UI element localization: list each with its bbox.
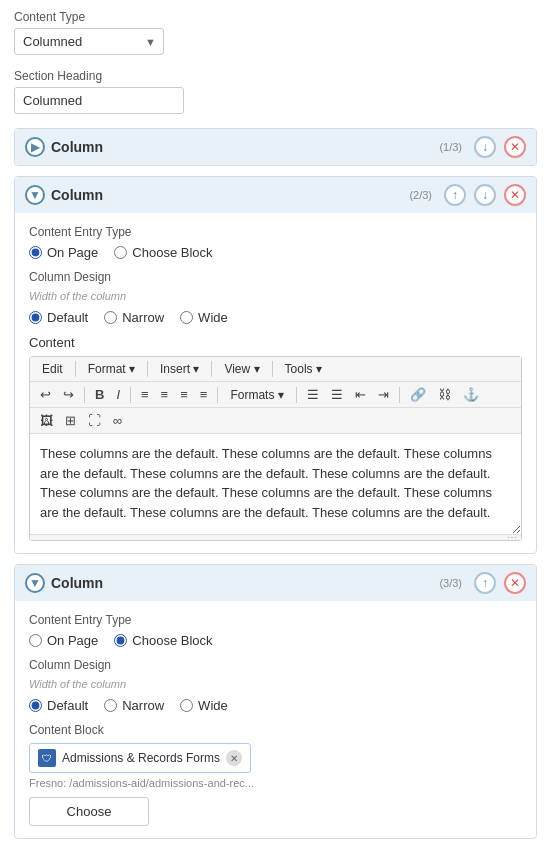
editor-toolbar-menus-2: Edit Format ▾ Insert ▾ View ▾ Tools ▾: [30, 357, 521, 382]
choose-block-radio-3[interactable]: Choose Block: [114, 633, 212, 648]
content-type-select-wrapper: Columned Single Full Width ▼: [14, 28, 164, 55]
content-label-2: Content: [29, 335, 522, 350]
entry-type-radio-row-2: On Page Choose Block: [29, 245, 522, 260]
content-type-group: Content Type Columned Single Full Width …: [14, 10, 537, 55]
align-right-btn[interactable]: ≡: [176, 385, 192, 404]
wide-radio-3[interactable]: Wide: [180, 698, 228, 713]
choose-block-label-2: Choose Block: [132, 245, 212, 260]
content-block-label-3: Content Block: [29, 723, 522, 737]
on-page-label-3: On Page: [47, 633, 98, 648]
table-btn[interactable]: ⊞: [61, 411, 80, 430]
entry-type-radio-row-3: On Page Choose Block: [29, 633, 522, 648]
edit-menu-btn[interactable]: Edit: [36, 360, 69, 378]
unlink-btn[interactable]: ⛓: [434, 385, 455, 404]
bold-btn[interactable]: B: [91, 385, 108, 404]
column-remove-btn-1[interactable]: ✕: [504, 136, 526, 158]
column-header-3: ▼ Column (3/3) ↑ ✕: [15, 565, 536, 601]
image-btn[interactable]: 🖼: [36, 411, 57, 430]
narrow-label-2: Narrow: [122, 310, 164, 325]
column-toggle-2[interactable]: ▼: [25, 185, 45, 205]
column-title-3: Column: [51, 575, 433, 591]
design-radio-row-2: Default Narrow Wide: [29, 310, 522, 325]
design-note-2: Width of the column: [29, 290, 522, 302]
design-note-3: Width of the column: [29, 678, 522, 690]
undo-btn[interactable]: ↩: [36, 385, 55, 404]
editor-content-2[interactable]: These columns are the default. These col…: [30, 434, 521, 534]
column-body-3: Content Entry Type On Page Choose Block …: [15, 601, 536, 838]
bullet-list-btn[interactable]: ☰: [303, 385, 323, 404]
column-remove-btn-2[interactable]: ✕: [504, 184, 526, 206]
fullscreen-btn[interactable]: ⛶: [84, 411, 105, 430]
column-badge-3: (3/3): [439, 577, 462, 589]
wide-radio-2[interactable]: Wide: [180, 310, 228, 325]
sep4: [272, 361, 273, 377]
wide-label-3: Wide: [198, 698, 228, 713]
column-toggle-3[interactable]: ▼: [25, 573, 45, 593]
section-heading-label: Section Heading: [14, 69, 537, 83]
redo-btn[interactable]: ↪: [59, 385, 78, 404]
align-justify-btn[interactable]: ≡: [196, 385, 212, 404]
numbered-list-btn[interactable]: ☰: [327, 385, 347, 404]
column-panel-1: ▶ Column (1/3) ↓ ✕: [14, 128, 537, 166]
editor-container-2: Edit Format ▾ Insert ▾ View ▾ Tools ▾ ↩ …: [29, 356, 522, 541]
insert-menu-btn[interactable]: Insert ▾: [154, 360, 205, 378]
wide-label-2: Wide: [198, 310, 228, 325]
format-menu-btn[interactable]: Format ▾: [82, 360, 141, 378]
column-up-btn-3[interactable]: ↑: [474, 572, 496, 594]
column-toggle-1[interactable]: ▶: [25, 137, 45, 157]
narrow-radio-2[interactable]: Narrow: [104, 310, 164, 325]
column-design-label-2: Column Design: [29, 270, 522, 284]
align-center-btn[interactable]: ≡: [157, 385, 173, 404]
choose-button-3[interactable]: Choose: [29, 797, 149, 826]
column-up-btn-2[interactable]: ↑: [444, 184, 466, 206]
section-heading-input[interactable]: [14, 87, 184, 114]
link-btn[interactable]: 🔗: [406, 385, 430, 404]
entry-type-label-3: Content Entry Type: [29, 613, 522, 627]
page-container: Content Type Columned Single Full Width …: [0, 0, 551, 844]
column-badge-2: (2/3): [409, 189, 432, 201]
column-panel-3: ▼ Column (3/3) ↑ ✕ Content Entry Type On…: [14, 564, 537, 839]
column-body-2: Content Entry Type On Page Choose Block …: [15, 213, 536, 553]
default-radio-2[interactable]: Default: [29, 310, 88, 325]
on-page-radio-3[interactable]: On Page: [29, 633, 98, 648]
column-header-1: ▶ Column (1/3) ↓ ✕: [15, 129, 536, 165]
indent-btn[interactable]: ⇥: [374, 385, 393, 404]
column-down-btn-2[interactable]: ↓: [474, 184, 496, 206]
fresno-path-3: Fresno: /admissions-aid/admissions-and-r…: [29, 777, 522, 789]
sep1: [75, 361, 76, 377]
column-design-label-3: Column Design: [29, 658, 522, 672]
sep6: [130, 387, 131, 403]
tools-menu-btn[interactable]: Tools ▾: [279, 360, 328, 378]
column-down-btn-1[interactable]: ↓: [474, 136, 496, 158]
view-menu-btn[interactable]: View ▾: [218, 360, 265, 378]
design-radio-row-3: Default Narrow Wide: [29, 698, 522, 713]
sep8: [296, 387, 297, 403]
choose-block-radio-2[interactable]: Choose Block: [114, 245, 212, 260]
on-page-radio-2[interactable]: On Page: [29, 245, 98, 260]
anchor-btn[interactable]: ⚓: [459, 385, 483, 404]
sep5: [84, 387, 85, 403]
sep7: [217, 387, 218, 403]
content-block-icon-3: 🛡: [38, 749, 56, 767]
sep9: [399, 387, 400, 403]
column-remove-btn-3[interactable]: ✕: [504, 572, 526, 594]
align-left-btn[interactable]: ≡: [137, 385, 153, 404]
column-title-1: Column: [51, 139, 433, 155]
content-block-item-3: 🛡 Admissions & Records Forms ✕: [29, 743, 251, 773]
content-block-remove-btn-3[interactable]: ✕: [226, 750, 242, 766]
formats-dropdown-btn[interactable]: Formats ▾: [224, 386, 289, 404]
link2-btn[interactable]: ∞: [109, 411, 126, 430]
editor-toolbar-icons-2: ↩ ↪ B I ≡ ≡ ≡ ≡ Formats ▾ ☰ ☰ ⇤ ⇥: [30, 382, 521, 408]
editor-toolbar-media-2: 🖼 ⊞ ⛶ ∞: [30, 408, 521, 434]
narrow-radio-3[interactable]: Narrow: [104, 698, 164, 713]
content-type-select[interactable]: Columned Single Full Width: [14, 28, 164, 55]
default-label-3: Default: [47, 698, 88, 713]
default-radio-3[interactable]: Default: [29, 698, 88, 713]
default-label-2: Default: [47, 310, 88, 325]
entry-type-label-2: Content Entry Type: [29, 225, 522, 239]
italic-btn[interactable]: I: [112, 385, 124, 404]
editor-resize-handle-2[interactable]: ⋯: [30, 534, 521, 540]
column-badge-1: (1/3): [439, 141, 462, 153]
column-header-2: ▼ Column (2/3) ↑ ↓ ✕: [15, 177, 536, 213]
outdent-btn[interactable]: ⇤: [351, 385, 370, 404]
